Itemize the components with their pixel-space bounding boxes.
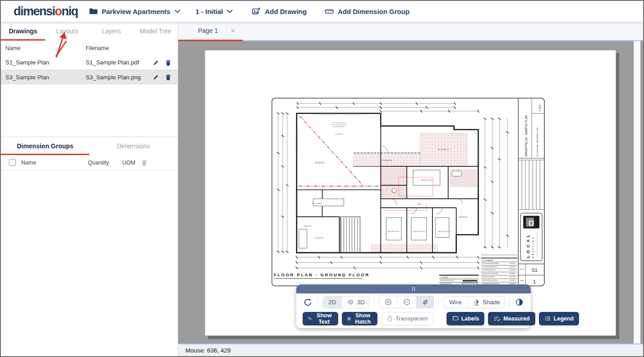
left-panel: Drawings Layouts Layers Model Tree Name … [1,22,178,356]
tab-drawings[interactable]: Drawings [1,22,45,41]
tab-layers[interactable]: Layers [89,22,133,41]
titleblock-title: FLOOR PLAN - GROUND FLOOR [536,128,538,156]
zoom-in-button[interactable] [379,296,397,308]
floor-areas-table: FLOOR AREAS [481,255,518,286]
room-label-kitchen: KITCHEN [312,202,322,205]
rotate-icon [304,298,312,307]
add-drawing-label: Add Drawing [265,8,307,15]
room-label-wc: W.C. [391,191,396,193]
sheet-number-block: S1 1 [518,264,544,286]
room-label-veranda: VERANDA [382,159,392,161]
tab-model-tree[interactable]: Model Tree [133,22,178,41]
delete-icon[interactable] [141,160,147,166]
delete-icon[interactable] [165,74,171,80]
toolbar-row-view: 2D 3D [296,293,531,311]
svg-text:T: T [310,318,312,320]
room-label-bed3: BEDROOM 3 [413,231,425,233]
show-text-label: Show Text [315,312,333,325]
tab-layouts[interactable]: Layouts [45,22,89,41]
room-label-living: LIVING [335,133,343,135]
dimension-lines-top [297,102,479,113]
logo-text-tail: niq [62,5,78,18]
chevron-down-icon [175,9,180,14]
rotate-button[interactable] [303,297,313,307]
room-label-garage: GARAGE [459,216,468,218]
page-tab[interactable]: Page 1 × [178,21,243,40]
wire-button[interactable]: Wire [444,297,467,308]
drawing-row-s3[interactable]: S3_Sample Plan S3_Sample Plan.png [1,70,178,84]
canvas-scrollbar[interactable] [634,41,640,343]
add-drawing-button[interactable]: Add Drawing [252,7,307,16]
room-label-bed4: BEDROOM 4 [438,231,450,233]
view-2d-label: 2D [328,299,336,306]
fit-swap-button[interactable] [416,296,434,308]
room-label-alfresco: ALFRESCO [438,148,449,151]
drawing-name: S1_Sample Plan [1,59,86,66]
tab-layouts-label: Layouts [56,27,78,35]
drawing-canvas[interactable]: LIVING DINING KITCHEN PANTRY LOUNGE W.C.… [178,41,643,343]
room-label-pantry: PANTRY [304,225,312,227]
dimension-groups-section: Dimension Groups Dimensions Name Quantit… [1,137,178,170]
add-dimension-group-button[interactable]: Add Dimension Group [325,7,409,16]
contrast-button[interactable] [514,297,524,307]
chevron-down-icon [227,9,233,14]
title-block: DINDO Pty Ltd - SAMPLE PLAN FLOOR PLAN -… [518,98,544,286]
tab-dimensions-label: Dimensions [117,142,150,150]
drawing-filename: S1_Sample Plan.pdf [86,59,153,66]
version-name: 1 - Initial [196,8,223,15]
app-logo: dimensioniq [14,5,78,18]
edit-icon[interactable] [153,60,159,66]
version-selector[interactable]: 1 - Initial [196,8,233,15]
shade-icon [473,299,480,306]
legend-button[interactable]: Legend [539,312,579,325]
page-tabbar: Page 1 × [178,22,643,41]
tab-drawings-label: Drawings [9,27,37,35]
column-uom: UOM [122,160,141,166]
view-2d-button[interactable]: 2D [323,297,341,308]
dimension-lines-left [277,113,289,253]
toolbar-drag-handle[interactable] [296,284,531,293]
legend-icon [544,316,551,321]
show-hatch-label: Show Hatch [354,312,372,325]
show-hatch-button[interactable]: Show Hatch [342,312,377,325]
transparent-button[interactable]: Transparent [381,312,434,325]
room-label-bed1: BEDROOM 1 [421,179,434,181]
close-icon[interactable]: × [230,27,235,35]
tab-dimensions[interactable]: Dimensions [89,137,178,155]
zoom-in-icon [385,298,392,306]
measured-icon [493,316,501,322]
labels-button[interactable]: Labels [446,312,485,325]
measured-button[interactable]: Measured [488,312,535,325]
column-name: Name [21,160,88,166]
zoom-out-button[interactable] [397,296,416,308]
project-selector[interactable]: Parkview Apartments [89,7,180,16]
tab-dimension-groups[interactable]: Dimension Groups [1,137,89,155]
delete-icon[interactable] [165,60,171,66]
add-dimension-group-label: Add Dimension Group [338,8,409,15]
floor-areas-title: FLOOR AREAS [482,260,493,261]
toolbar-row-toggles: T T Show Text Show Hatch [296,311,531,328]
legend-box: LEGEND [439,275,479,285]
room-label-bed2: BEDROOM 2 [388,231,400,233]
tab-dimension-groups-label: Dimension Groups [17,142,73,150]
render-mode-group: Wire Shade [443,296,505,308]
app-header: dimensioniq Parkview Apartments 1 - Init… [1,1,643,22]
firm-name-bottom: D R A F T I N G [532,237,534,258]
show-text-button[interactable]: T T Show Text [303,312,338,325]
select-all-checkbox[interactable] [9,159,16,166]
firm-mark: D [529,219,534,228]
edit-icon[interactable] [153,74,159,80]
tab-model-tree-label: Model Tree [140,27,171,35]
room-label-hall: HALL [418,203,423,205]
dimension-lines-right [483,118,509,248]
page-tab-label: Page 1 [198,27,218,34]
wire-label: Wire [449,299,462,306]
status-bar: Mouse: 636, 429 [178,343,643,356]
revision-number: 1 [533,279,536,284]
drawing-row-s1[interactable]: S1_Sample Plan S1_Sample Plan.pdf [1,55,178,70]
drawings-table-header: Name Filename [1,41,178,55]
room-label-lounge: LOUNGE [314,237,323,239]
zoom-out-icon [403,298,410,306]
view-3d-button[interactable]: 3D [341,297,369,308]
shade-button[interactable]: Shade [467,297,505,308]
